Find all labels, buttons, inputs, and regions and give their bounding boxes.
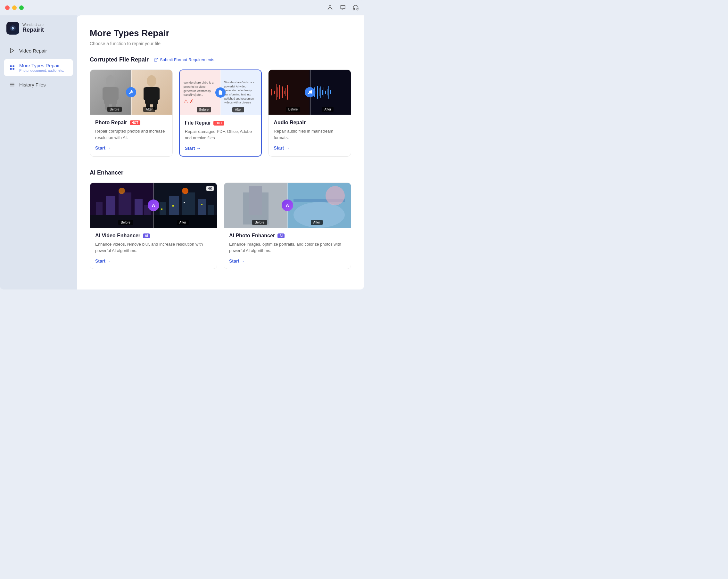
audio-repair-card[interactable]: Before After Audio Repair Repair audio f… xyxy=(268,70,351,157)
file-text-content: Wondershare Virbo is a powerful AI video… xyxy=(184,81,216,97)
before-label-photo-enh: Before xyxy=(252,220,267,225)
ai-enhancer-header: AI Enhancer xyxy=(90,169,351,176)
svg-point-100 xyxy=(326,186,345,205)
photo-repair-start[interactable]: Start → xyxy=(95,145,167,150)
sidebar-item-more-types[interactable]: More Types Repair Photo, document, audio… xyxy=(4,59,73,76)
ai-photo-start[interactable]: Start → xyxy=(229,258,346,264)
waveform-after xyxy=(311,83,349,102)
headphone-icon[interactable] xyxy=(353,4,359,11)
ai-video-title: AI Video Enhancer xyxy=(95,233,140,239)
svg-rect-7 xyxy=(13,68,15,70)
person-silhouette-after xyxy=(142,75,161,110)
svg-rect-14 xyxy=(103,87,106,100)
logo-name: Repairit xyxy=(22,27,44,34)
photo-repair-image: Before After xyxy=(90,70,173,115)
logo-icon xyxy=(6,22,19,35)
before-label-video: Before xyxy=(118,220,133,225)
minimize-button[interactable] xyxy=(12,5,17,10)
svg-rect-90 xyxy=(161,209,162,210)
svg-rect-20 xyxy=(144,87,148,100)
file-repair-desc: Repair damaged PDF, Office, Adobe and ar… xyxy=(185,129,256,141)
after-label-video: After xyxy=(177,220,189,225)
audio-center-icon xyxy=(305,87,315,98)
titlebar xyxy=(0,0,364,16)
photo-repair-body: Photo Repair HOT Repair corrupted photos… xyxy=(90,115,173,156)
ai-photo-desc: Enhance images, optimize portraits, and … xyxy=(229,241,346,254)
svg-rect-6 xyxy=(10,68,11,70)
ai-video-image: 4K A Before After xyxy=(90,183,217,228)
ai-video-enhancer-card[interactable]: 4K A Before After AI Video Enhancer AI E… xyxy=(90,183,217,269)
ai-video-logo: A xyxy=(148,199,159,211)
file-repair-start[interactable]: Start → xyxy=(185,146,256,151)
app-body: Wondershare Repairit Video Repair xyxy=(0,16,364,290)
audio-repair-start[interactable]: Start → xyxy=(274,145,346,150)
svg-rect-92 xyxy=(184,202,185,203)
audio-wave-icon xyxy=(307,90,312,95)
file-text-content-fixed: Wondershare Virbo is a powerful AI video… xyxy=(224,80,257,105)
sidebar: Wondershare Repairit Video Repair xyxy=(0,16,77,290)
audio-repair-title: Audio Repair xyxy=(274,120,306,126)
before-label-audio: Before xyxy=(286,107,300,112)
file-repair-card[interactable]: Wondershare Virbo is a powerful AI video… xyxy=(179,70,262,157)
ai-photo-body: AI Photo Enhancer AI Enhance images, opt… xyxy=(224,228,351,269)
sidebar-item-label-more: More Types Repair xyxy=(19,63,64,68)
maximize-button[interactable] xyxy=(19,5,24,10)
submit-link-label: Submit Format Requirements xyxy=(160,57,214,62)
file-repair-badge: HOT xyxy=(213,121,224,126)
after-label: After xyxy=(143,107,155,112)
ai-photo-title: AI Photo Enhancer xyxy=(229,233,275,239)
ai-photo-title-row: AI Photo Enhancer AI xyxy=(229,233,346,239)
svg-point-2 xyxy=(12,28,14,29)
sidebar-item-content-video: Video Repair xyxy=(19,48,47,54)
svg-rect-93 xyxy=(201,204,203,205)
audio-repair-title-row: Audio Repair xyxy=(274,120,346,126)
file-error-icon: ⚠ ✗ xyxy=(184,98,216,104)
repair-center-icon xyxy=(126,87,136,98)
titlebar-icons xyxy=(327,4,359,11)
external-link-icon xyxy=(154,58,158,62)
sidebar-item-history[interactable]: History Files xyxy=(4,78,73,91)
sidebar-item-content-history: History Files xyxy=(19,82,46,87)
ai-enhancer-cards: 4K A Before After AI Video Enhancer AI E… xyxy=(90,183,351,269)
svg-marker-3 xyxy=(10,48,14,53)
section-title-corrupted: Corrupted File Repair xyxy=(90,56,149,63)
svg-rect-21 xyxy=(156,87,160,100)
svg-point-81 xyxy=(119,188,125,194)
file-repair-title-row: File Repair HOT xyxy=(185,120,256,126)
person-silhouette-before xyxy=(101,75,120,110)
ai-video-badge: AI xyxy=(143,233,150,238)
sidebar-item-video-repair[interactable]: Video Repair xyxy=(4,44,73,58)
user-icon[interactable] xyxy=(327,4,333,11)
svg-point-18 xyxy=(147,75,156,87)
ai-photo-image: A Before After xyxy=(224,183,351,228)
more-types-icon xyxy=(9,64,16,71)
wrench-icon xyxy=(129,90,134,95)
svg-rect-96 xyxy=(249,186,262,215)
section-title-ai: AI Enhancer xyxy=(90,169,123,176)
ai-photo-enhancer-card[interactable]: A Before After AI Photo Enhancer AI Enha… xyxy=(224,183,351,269)
chat-icon[interactable] xyxy=(340,4,346,11)
photo-repair-desc: Repair corrupted photos and increase res… xyxy=(95,128,167,141)
svg-point-89 xyxy=(182,188,188,194)
logo-text: Wondershare Repairit xyxy=(22,23,44,34)
sidebar-item-content-more: More Types Repair Photo, document, audio… xyxy=(19,63,64,72)
close-button[interactable] xyxy=(5,5,9,10)
after-label-file: After xyxy=(232,107,244,112)
photo-repair-card[interactable]: Before After Photo Repair HOT Repair cor… xyxy=(90,70,173,157)
file-repair-title: File Repair xyxy=(185,120,211,126)
page-title: More Types Repair xyxy=(90,28,351,38)
photo-repair-badge: HOT xyxy=(130,120,140,125)
ai-video-title-row: AI Video Enhancer AI xyxy=(95,233,212,239)
before-label: Before xyxy=(107,107,122,112)
video-repair-icon xyxy=(9,47,16,54)
svg-rect-4 xyxy=(10,65,11,67)
submit-format-link[interactable]: Submit Format Requirements xyxy=(154,57,214,62)
photo-repair-title-row: Photo Repair HOT xyxy=(95,120,167,126)
waveform-before xyxy=(270,83,308,102)
svg-point-73 xyxy=(311,92,312,94)
page-subtitle: Choose a function to repair your file xyxy=(90,41,351,46)
ai-video-start[interactable]: Start → xyxy=(95,258,212,264)
file-repair-body: File Repair HOT Repair damaged PDF, Offi… xyxy=(180,115,261,156)
app-logo: Wondershare Repairit xyxy=(4,22,73,35)
sidebar-item-label-history: History Files xyxy=(19,82,46,87)
